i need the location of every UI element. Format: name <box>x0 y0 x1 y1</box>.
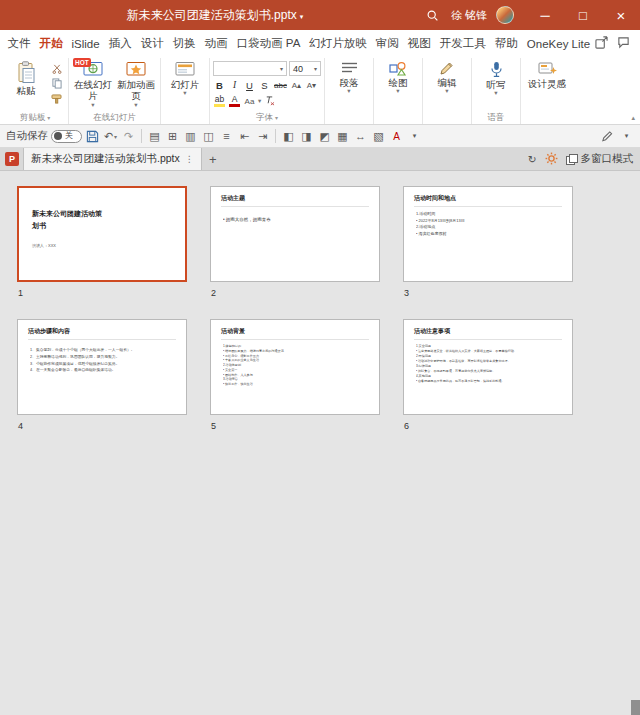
tab-options-icon[interactable]: ⋮ <box>185 154 194 164</box>
paste-button[interactable]: 粘贴 <box>5 59 47 111</box>
new-tab-button[interactable]: + <box>202 152 224 167</box>
autosave-toggle[interactable]: 关 <box>51 130 82 143</box>
slide-cell-5: 活动背景 1.缘起和目的 • 增强团队凝聚力，增进同事之间的沟通交流 • 放松身… <box>210 319 380 452</box>
user-name[interactable]: 徐 铭锋 <box>451 8 487 23</box>
multi-window-mode-button[interactable]: 多窗口模式 <box>566 152 634 166</box>
shade-right-icon[interactable]: ◨ <box>299 128 314 145</box>
dictate-button[interactable]: 听写 ▾ <box>475 59 517 111</box>
font-color-button[interactable]: A <box>228 94 241 108</box>
online-slides-group-label: 在线幻灯片 <box>72 111 157 124</box>
highlight-color-button[interactable]: ab <box>213 94 226 108</box>
new-slide-button[interactable]: 幻灯片 ▾ <box>164 59 206 111</box>
toolbar-options-chevron-icon[interactable]: ▾ <box>619 128 634 145</box>
slide-thumbnail-5[interactable]: 活动背景 1.缘起和目的 • 增强团队凝聚力，增进同事之间的沟通交流 • 放松身… <box>210 319 380 415</box>
document-tab[interactable]: 新未来公司团建活动策划书.pptx ⋮ <box>23 148 202 170</box>
add-animation-page-button[interactable]: 新加动画页 ▾ <box>115 59 157 111</box>
slide-layout-icon[interactable]: ▤ <box>147 128 162 145</box>
pattern-icon[interactable]: ▧ <box>371 128 386 145</box>
sync-icon[interactable]: ↻ <box>528 153 537 165</box>
quick-access-toolbar: 自动保存 关 ↶▾ ↷ ▤ ⊞ ▥ ◫ ≡ ⇤ ⇥ ◧ ◨ ◩ ▦ ↔ ▧ A … <box>0 125 640 148</box>
minimize-button[interactable]: ─ <box>526 0 564 30</box>
pen-icon[interactable] <box>599 128 614 145</box>
shrink-font-button[interactable]: A▾ <box>305 78 318 92</box>
distribute-icon[interactable]: ↔ <box>353 128 368 145</box>
user-avatar[interactable] <box>496 6 514 24</box>
dialog-launcher-icon[interactable]: ▾ <box>47 115 50 121</box>
title-chevron-icon[interactable]: ▾ <box>300 13 304 20</box>
close-button[interactable]: × <box>602 0 640 30</box>
align-text-icon[interactable]: ≡ <box>219 128 234 145</box>
search-icon[interactable] <box>420 0 446 30</box>
slide-sorter[interactable]: 新未来公司团建活动策划书 演讲人：XXX 1 活动主题 • 拥抱大自然，拥抱青春… <box>0 171 640 715</box>
cut-icon[interactable] <box>48 62 65 75</box>
comment-icon[interactable] <box>617 35 630 53</box>
slide-thumbnail-3[interactable]: 活动时间和地点 1.活动时间 • 2022年8月13日到8月13日 2.活动地点… <box>403 186 573 282</box>
format-painter-icon[interactable] <box>48 93 65 106</box>
tab-transitions[interactable]: 切换 <box>168 30 200 57</box>
settings-gear-icon[interactable] <box>545 152 558 167</box>
share-icon[interactable] <box>595 35 608 53</box>
font-size-select[interactable]: 40▾ <box>289 61 321 76</box>
table-icon[interactable]: ⊞ <box>165 128 180 145</box>
undo-button[interactable]: ↶▾ <box>103 128 118 145</box>
slide-thumbnail-2[interactable]: 活动主题 • 拥抱大自然，拥抱青春 <box>210 186 380 282</box>
clipboard-group-label[interactable]: 剪贴板▾ <box>5 111 65 124</box>
slides-group: 幻灯片 ▾ <box>161 58 210 124</box>
slide-number: 4 <box>17 415 187 452</box>
shade-left-icon[interactable]: ◧ <box>281 128 296 145</box>
grow-font-button[interactable]: A▴ <box>290 78 303 92</box>
quick-font-color-icon[interactable]: A <box>389 128 404 145</box>
underline-button[interactable]: U <box>243 78 256 92</box>
maximize-button[interactable]: □ <box>564 0 602 30</box>
tab-home[interactable]: 开始 <box>35 30 67 57</box>
tab-onekey[interactable]: OneKey Lite <box>522 30 594 57</box>
font-group-label[interactable]: 字体▾ <box>213 111 321 124</box>
slide-thumbnail-1[interactable]: 新未来公司团建活动策划书 演讲人：XXX <box>17 186 187 282</box>
vertical-scrollbar-thumb[interactable] <box>631 700 640 715</box>
slide-text-line: • 2022年8月13日到8月13日 <box>416 218 560 225</box>
case-chevron-icon[interactable]: ▾ <box>258 98 261 105</box>
tab-islide[interactable]: iSlide <box>67 30 104 57</box>
multi-window-icon <box>566 154 578 165</box>
online-slides-button[interactable]: HOT 在线幻灯片 ▾ <box>72 59 114 111</box>
collapse-ribbon-icon[interactable]: ▴ <box>631 114 635 122</box>
shade-corner-icon[interactable]: ◩ <box>317 128 332 145</box>
tab-design[interactable]: 设计 <box>136 30 168 57</box>
slide-title: 新未来公司团建活动策划书 <box>32 208 108 231</box>
tab-view[interactable]: 视图 <box>403 30 435 57</box>
slide-thumbnail-6[interactable]: 活动注意事项 1.安全问题 • 注意来回路途安全，听从组织人员安排，大家相互照应… <box>403 319 573 415</box>
italic-button[interactable]: I <box>228 78 241 92</box>
paragraph-button[interactable]: 段落 ▾ <box>328 59 370 111</box>
tab-review[interactable]: 审阅 <box>371 30 403 57</box>
tab-help[interactable]: 帮助 <box>490 30 522 57</box>
tab-insert[interactable]: 插入 <box>104 30 136 57</box>
change-case-button[interactable]: Aa <box>243 94 256 108</box>
bold-button[interactable]: B <box>213 78 226 92</box>
grid-icon[interactable]: ▦ <box>335 128 350 145</box>
editing-button[interactable]: 编辑 ▾ <box>426 59 468 111</box>
design-ideas-button[interactable]: 设计灵感 <box>524 59 570 111</box>
tab-developer[interactable]: 开发工具 <box>435 30 490 57</box>
tab-animations[interactable]: 动画 <box>200 30 232 57</box>
tab-slideshow[interactable]: 幻灯片放映 <box>305 30 372 57</box>
slide-thumbnail-4[interactable]: 活动步骤和内容 1、集合签到，分成十个小组（两个大组出发，一人一组长）。 2、主… <box>17 319 187 415</box>
clear-formatting-button[interactable] <box>263 94 276 108</box>
drawing-button[interactable]: 绘图 ▾ <box>377 59 419 111</box>
text-shadow-button[interactable]: S <box>258 78 271 92</box>
slide-cell-2: 活动主题 • 拥抱大自然，拥抱青春 2 <box>210 186 380 319</box>
tab-pocket-animation[interactable]: 口袋动画 PA <box>232 30 305 57</box>
align-right-icon[interactable]: ⇥ <box>255 128 270 145</box>
rows-icon[interactable]: ▥ <box>183 128 198 145</box>
font-name-select[interactable]: ▾ <box>213 61 287 76</box>
save-icon[interactable] <box>85 128 100 145</box>
align-left-icon[interactable]: ⇤ <box>237 128 252 145</box>
tab-file[interactable]: 文件 <box>3 30 35 57</box>
strikethrough-button[interactable]: abc <box>273 78 288 92</box>
columns-icon[interactable]: ◫ <box>201 128 216 145</box>
copy-icon[interactable] <box>48 77 65 90</box>
editing-group: 编辑 ▾ <box>423 58 472 124</box>
more-tools-chevron-icon[interactable]: ▾ <box>407 128 422 145</box>
dialog-launcher-icon[interactable]: ▾ <box>275 115 278 121</box>
redo-button[interactable]: ↷ <box>121 128 136 145</box>
voice-group-label: 语音 <box>475 111 517 124</box>
